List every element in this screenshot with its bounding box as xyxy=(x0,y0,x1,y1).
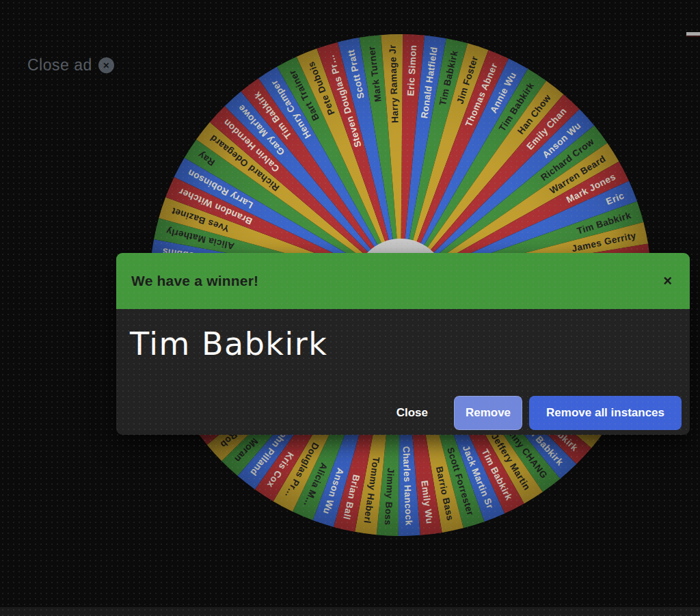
winner-dialog-header: We have a winner! × xyxy=(116,253,690,309)
winner-name: Tim Babkirk xyxy=(130,325,327,362)
winner-dialog: We have a winner! × Tim Babkirk Close Re… xyxy=(116,253,690,435)
remove-all-instances-button[interactable]: Remove all instances xyxy=(529,396,682,430)
page: Close ad ✕ Eric SimonRonald HatfieldTim … xyxy=(0,0,700,616)
dialog-title: We have a winner! xyxy=(131,273,258,289)
close-icon[interactable]: × xyxy=(663,273,672,289)
remove-button[interactable]: Remove xyxy=(454,396,522,430)
winner-dialog-body: Tim Babkirk Close Remove Remove all inst… xyxy=(116,309,690,435)
close-button[interactable]: Close xyxy=(387,396,438,430)
dialog-button-row: Close Remove Remove all instances xyxy=(387,396,682,430)
